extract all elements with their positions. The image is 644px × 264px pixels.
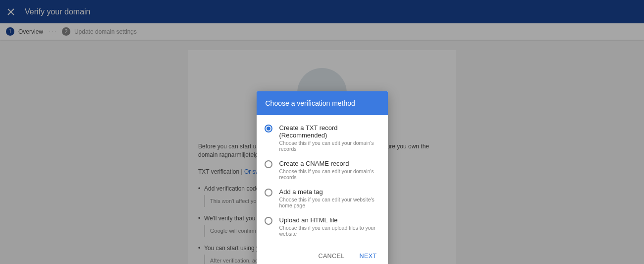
- radio-icon: [265, 189, 272, 197]
- radio-html-file[interactable]: Upload an HTML file Choose this if you c…: [265, 216, 379, 237]
- radio-desc: Choose this if you can upload files to y…: [279, 225, 379, 237]
- radio-label: Upload an HTML file: [279, 216, 379, 224]
- radio-meta-tag[interactable]: Add a meta tag Choose this if you can ed…: [265, 188, 379, 208]
- modal-scrim[interactable]: Choose a verification method Create a TX…: [0, 0, 644, 264]
- radio-icon: [265, 125, 272, 132]
- radio-label: Add a meta tag: [279, 188, 379, 196]
- modal-title: Choose a verification method: [257, 91, 388, 115]
- radio-label: Create a TXT record (Recommended): [279, 124, 379, 139]
- radio-cname-record[interactable]: Create a CNAME record Choose this if you…: [265, 160, 379, 180]
- next-button[interactable]: NEXT: [357, 251, 380, 262]
- radio-desc: Choose this if you can edit your domain'…: [279, 140, 379, 152]
- radio-icon: [265, 160, 272, 168]
- radio-desc: Choose this if you can edit your domain'…: [279, 168, 379, 180]
- radio-txt-record[interactable]: Create a TXT record (Recommended) Choose…: [265, 124, 379, 152]
- radio-desc: Choose this if you can edit your website…: [279, 197, 379, 208]
- radio-label: Create a CNAME record: [279, 160, 379, 167]
- modal-body: Create a TXT record (Recommended) Choose…: [257, 115, 388, 247]
- verification-method-modal: Choose a verification method Create a TX…: [257, 91, 388, 264]
- cancel-button[interactable]: CANCEL: [315, 251, 347, 262]
- modal-footer: CANCEL NEXT: [257, 247, 388, 264]
- radio-icon: [265, 217, 272, 225]
